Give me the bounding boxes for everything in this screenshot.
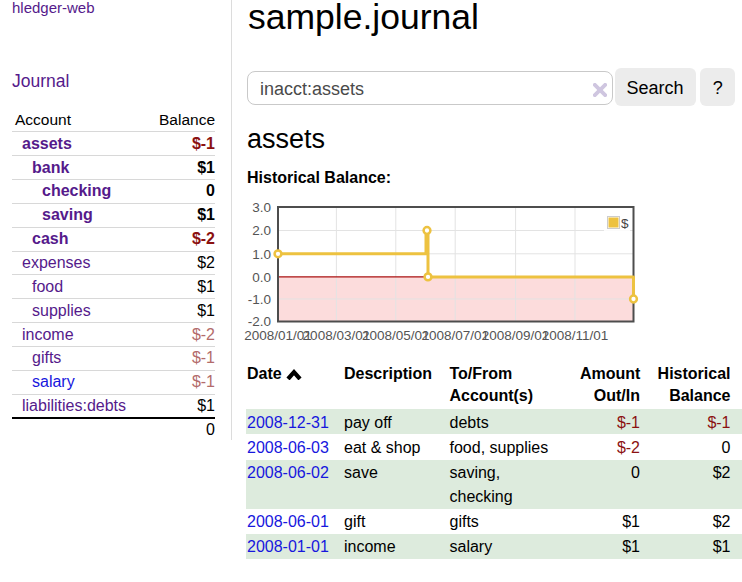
svg-text:-1.0: -1.0: [248, 292, 271, 307]
svg-text:2008/09/01: 2008/09/01: [482, 328, 550, 343]
svg-text:3.0: 3.0: [252, 200, 271, 215]
svg-text:2008/05/01: 2008/05/01: [362, 328, 430, 343]
svg-text:2008/11/01: 2008/11/01: [542, 328, 609, 343]
svg-text:2.0: 2.0: [252, 223, 271, 238]
svg-text:$: $: [621, 216, 629, 231]
svg-text:1.0: 1.0: [252, 247, 271, 262]
svg-text:2008/03/01: 2008/03/01: [303, 328, 371, 343]
svg-text:2008/07/01: 2008/07/01: [421, 328, 489, 343]
svg-text:0.0: 0.0: [252, 270, 271, 285]
